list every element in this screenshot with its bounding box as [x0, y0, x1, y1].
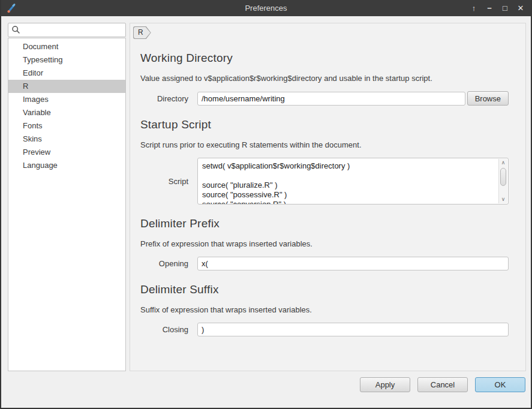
scroll-down-icon[interactable]: ∨	[501, 196, 506, 203]
cancel-button[interactable]: Cancel	[417, 377, 468, 392]
script-scrollbar[interactable]: ∧ ∨	[498, 159, 507, 203]
closing-label: Closing	[140, 325, 188, 334]
sidebar-item-images[interactable]: Images	[8, 93, 125, 106]
sidebar-item-preview[interactable]: Preview	[8, 146, 125, 159]
sidebar-list: DocumentTypesettingEditorRImagesVariable…	[8, 38, 126, 371]
script-textarea[interactable]: setwd( v$application$r$working$directory…	[197, 158, 509, 204]
section-heading-delimiter-suffix: Delimiter Suffix	[140, 283, 509, 296]
main-panel: R Working Directory Value assigned to v$…	[130, 23, 526, 371]
shade-icon[interactable]: ↑	[468, 3, 479, 14]
opening-label: Opening	[140, 259, 188, 268]
scroll-thumb[interactable]	[500, 168, 506, 186]
section-heading-working-directory: Working Directory	[140, 52, 509, 65]
breadcrumb-label: R	[134, 27, 151, 38]
script-label: Script	[140, 177, 188, 186]
preferences-window: Preferences ↑ − □ ✕ DocumentTypesettingE…	[0, 0, 532, 409]
section-desc-delimiter-prefix: Prefix of expression that wraps inserted…	[140, 239, 509, 248]
section-desc-delimiter-suffix: Suffix of expression that wraps inserted…	[140, 305, 509, 314]
breadcrumb: R	[133, 26, 151, 39]
maximize-icon[interactable]: □	[500, 3, 510, 14]
opening-row: Opening	[140, 257, 509, 270]
sidebar: DocumentTypesettingEditorRImagesVariable…	[8, 23, 126, 371]
sidebar-item-r[interactable]: R	[8, 80, 125, 93]
section-desc-startup-script: Script runs prior to executing R stateme…	[140, 140, 509, 149]
sidebar-item-language[interactable]: Language	[8, 159, 125, 172]
search-icon	[11, 25, 20, 37]
sidebar-item-editor[interactable]: Editor	[8, 67, 125, 80]
directory-input[interactable]	[197, 92, 465, 106]
scroll-up-icon[interactable]: ∧	[501, 159, 506, 167]
close-icon[interactable]: ✕	[515, 3, 526, 14]
minimize-icon[interactable]: −	[484, 3, 495, 14]
window-title: Preferences	[0, 4, 532, 13]
sidebar-item-document[interactable]: Document	[8, 40, 125, 53]
content-area: DocumentTypesettingEditorRImagesVariable…	[1, 16, 531, 371]
section-heading-startup-script: Startup Script	[140, 118, 509, 131]
search-field-wrap	[8, 23, 126, 37]
search-input[interactable]	[8, 23, 126, 37]
section-desc-working-directory: Value assigned to v$application$r$workin…	[140, 74, 509, 83]
closing-delimiter-input[interactable]	[197, 323, 509, 336]
script-editor-wrap: setwd( v$application$r$working$directory…	[197, 158, 509, 204]
sidebar-item-fonts[interactable]: Fonts	[8, 119, 125, 133]
titlebar: Preferences ↑ − □ ✕	[0, 0, 532, 16]
sidebar-item-typesetting[interactable]: Typesetting	[8, 53, 125, 67]
script-row: Script setwd( v$application$r$working$di…	[140, 158, 509, 204]
settings-form: Working Directory Value assigned to v$ap…	[133, 52, 525, 336]
footer-button-bar: Apply Cancel OK	[1, 371, 531, 401]
section-heading-delimiter-prefix: Delimiter Prefix	[140, 217, 509, 230]
scroll-track[interactable]	[499, 167, 507, 196]
closing-row: Closing	[140, 323, 509, 336]
directory-label: Directory	[140, 94, 188, 103]
browse-button[interactable]: Browse	[467, 91, 509, 106]
apply-button[interactable]: Apply	[360, 377, 410, 392]
ok-button[interactable]: OK	[475, 377, 525, 392]
app-pen-icon	[6, 3, 17, 14]
directory-row: Directory Browse	[140, 91, 509, 106]
sidebar-item-skins[interactable]: Skins	[8, 133, 125, 146]
sidebar-item-variable[interactable]: Variable	[8, 106, 125, 119]
opening-delimiter-input[interactable]	[197, 257, 509, 270]
window-controls: ↑ − □ ✕	[468, 3, 532, 14]
